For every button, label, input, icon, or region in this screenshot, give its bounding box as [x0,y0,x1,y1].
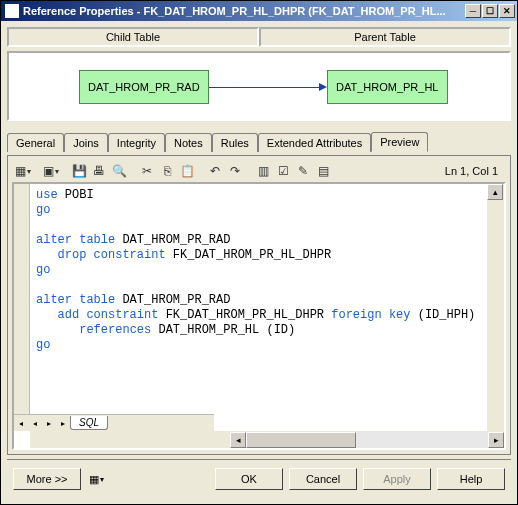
child-entity[interactable]: DAT_HROM_PR_RAD [79,70,209,104]
scroll-thumb[interactable] [246,432,356,448]
copy-icon[interactable]: ⎘ [158,162,176,180]
scroll-left-icon[interactable]: ◂ [230,432,246,448]
titlebar: Reference Properties - FK_DAT_HROM_PR_HL… [1,1,517,21]
dialog-footer: More >> ▦▾ OK Cancel Apply Help [7,459,511,498]
tab-rules[interactable]: Rules [212,133,258,152]
tab-nav-last-icon[interactable]: ▸ [56,416,70,431]
child-table-header: Child Table [7,27,259,47]
cancel-button[interactable]: Cancel [289,468,357,490]
code-editor[interactable]: use POBI go alter table DAT_HROM_PR_RAD … [12,182,506,450]
editor-bottom-tabs: ◂ ◂ ▸ ▸ SQL [14,414,214,431]
window-root: Reference Properties - FK_DAT_HROM_PR_HL… [0,0,518,505]
editor-toolbar: ▦▾ ▣▾ 💾 🖶 🔍 ✂ ⎘ 📋 ↶ ↷ ▥ ☑ ✎ ▤ Ln 1, Col [12,160,506,182]
tab-preview[interactable]: Preview [371,132,428,152]
relationship-diagram: DAT_HROM_PR_RAD DAT_HROM_PR_HL [7,51,511,121]
tool3-icon[interactable]: ✎ [294,162,312,180]
tab-notes[interactable]: Notes [165,133,212,152]
tab-bar: GeneralJoinsIntegrityNotesRulesExtended … [7,131,511,151]
maximize-button[interactable]: ☐ [482,4,498,18]
print-icon[interactable]: 🖶 [90,162,108,180]
tab-nav-next-icon[interactable]: ▸ [42,416,56,431]
minimize-button[interactable]: ─ [465,4,481,18]
new-icon[interactable]: ▣▾ [42,162,60,180]
tab-integrity[interactable]: Integrity [108,133,165,152]
undo-icon[interactable]: ↶ [206,162,224,180]
tab-general[interactable]: General [7,133,64,152]
app-icon [5,4,19,18]
vertical-scrollbar[interactable]: ▴ [487,184,504,431]
scroll-up-icon[interactable]: ▴ [487,184,503,200]
tool1-icon[interactable]: ▥ [254,162,272,180]
help-button[interactable]: Help [437,468,505,490]
arrow-head-icon [319,83,327,91]
cursor-position: Ln 1, Col 1 [445,165,504,177]
tool2-icon[interactable]: ☑ [274,162,292,180]
horizontal-scrollbar[interactable]: ◂ ▸ [30,431,504,448]
paste-icon[interactable]: 📋 [178,162,196,180]
footer-tool-icon[interactable]: ▦▾ [87,468,105,490]
more-button[interactable]: More >> [13,468,81,490]
code-area[interactable]: use POBI go alter table DAT_HROM_PR_RAD … [30,184,487,414]
table-header-row: Child Table Parent Table [7,27,511,47]
preview-tab-panel: ▦▾ ▣▾ 💾 🖶 🔍 ✂ ⎘ 📋 ↶ ↷ ▥ ☑ ✎ ▤ Ln 1, Col [7,155,511,455]
window-title: Reference Properties - FK_DAT_HROM_PR_HL… [23,5,465,17]
close-button[interactable]: ✕ [499,4,515,18]
find-icon[interactable]: 🔍 [110,162,128,180]
tab-joins[interactable]: Joins [64,133,108,152]
relationship-arrow [209,87,321,88]
cut-icon[interactable]: ✂ [138,162,156,180]
tab-nav-first-icon[interactable]: ◂ [14,416,28,431]
sql-tab[interactable]: SQL [70,416,108,430]
tab-nav-prev-icon[interactable]: ◂ [28,416,42,431]
apply-button[interactable]: Apply [363,468,431,490]
redo-icon[interactable]: ↷ [226,162,244,180]
parent-entity[interactable]: DAT_HROM_PR_HL [327,70,448,104]
tool4-icon[interactable]: ▤ [314,162,332,180]
scroll-right-icon[interactable]: ▸ [488,432,504,448]
ok-button[interactable]: OK [215,468,283,490]
editor-gutter [14,184,30,431]
tab-extended-attributes[interactable]: Extended Attributes [258,133,371,152]
save-icon[interactable]: 💾 [70,162,88,180]
run-icon[interactable]: ▦▾ [14,162,32,180]
parent-table-header: Parent Table [259,27,511,47]
